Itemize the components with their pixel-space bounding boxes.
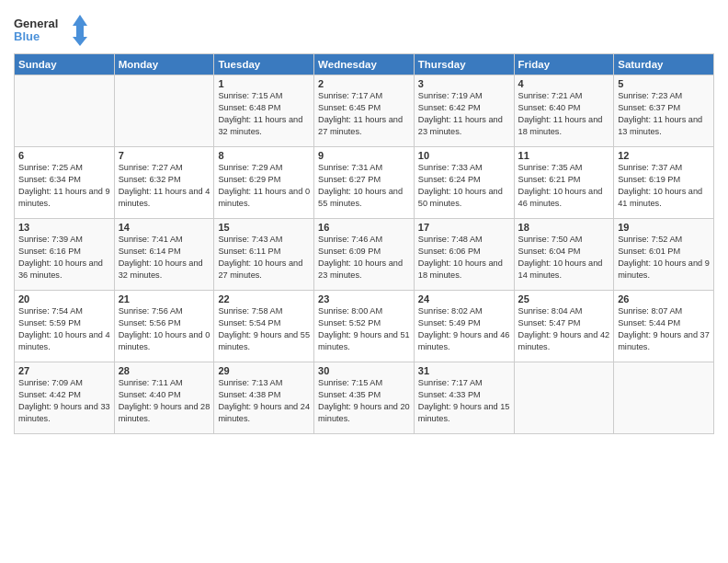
day-number: 5: [618, 78, 710, 89]
day-cell: 26Sunrise: 8:07 AM Sunset: 5:44 PM Dayli…: [614, 291, 714, 362]
day-cell: [15, 75, 115, 147]
day-info: Sunrise: 7:46 AM Sunset: 6:09 PM Dayligh…: [318, 234, 410, 282]
day-info: Sunrise: 7:50 AM Sunset: 6:04 PM Dayligh…: [518, 234, 610, 282]
day-cell: 20Sunrise: 7:54 AM Sunset: 5:59 PM Dayli…: [15, 291, 115, 362]
week-row-2: 6Sunrise: 7:25 AM Sunset: 6:34 PM Daylig…: [15, 147, 714, 219]
day-cell: 24Sunrise: 8:02 AM Sunset: 5:49 PM Dayli…: [414, 291, 514, 362]
day-info: Sunrise: 7:29 AM Sunset: 6:29 PM Dayligh…: [218, 162, 310, 210]
day-cell: 16Sunrise: 7:46 AM Sunset: 6:09 PM Dayli…: [314, 219, 415, 291]
day-number: 4: [518, 78, 610, 89]
day-info: Sunrise: 7:48 AM Sunset: 6:06 PM Dayligh…: [418, 234, 510, 282]
day-number: 13: [18, 222, 110, 233]
day-info: Sunrise: 7:25 AM Sunset: 6:34 PM Dayligh…: [18, 162, 110, 210]
day-info: Sunrise: 7:21 AM Sunset: 6:40 PM Dayligh…: [518, 90, 610, 138]
day-info: Sunrise: 7:31 AM Sunset: 6:27 PM Dayligh…: [318, 162, 410, 210]
day-cell: 19Sunrise: 7:52 AM Sunset: 6:01 PM Dayli…: [614, 219, 714, 291]
day-number: 19: [618, 222, 710, 233]
day-cell: 12Sunrise: 7:37 AM Sunset: 6:19 PM Dayli…: [614, 147, 714, 219]
day-cell: 28Sunrise: 7:11 AM Sunset: 4:40 PM Dayli…: [114, 362, 214, 434]
day-cell: 11Sunrise: 7:35 AM Sunset: 6:21 PM Dayli…: [514, 147, 614, 219]
day-cell: 4Sunrise: 7:21 AM Sunset: 6:40 PM Daylig…: [514, 75, 614, 147]
day-number: 29: [218, 365, 310, 376]
day-info: Sunrise: 7:43 AM Sunset: 6:11 PM Dayligh…: [218, 234, 310, 282]
day-cell: 27Sunrise: 7:09 AM Sunset: 4:42 PM Dayli…: [15, 362, 115, 434]
header-cell-tuesday: Tuesday: [214, 54, 314, 75]
logo: General Blue: [14, 13, 87, 48]
day-info: Sunrise: 8:00 AM Sunset: 5:52 PM Dayligh…: [318, 305, 410, 353]
day-info: Sunrise: 7:35 AM Sunset: 6:21 PM Dayligh…: [518, 162, 610, 210]
day-info: Sunrise: 7:41 AM Sunset: 6:14 PM Dayligh…: [119, 234, 210, 282]
svg-text:Blue: Blue: [14, 29, 40, 43]
day-info: Sunrise: 7:15 AM Sunset: 4:35 PM Dayligh…: [318, 377, 410, 425]
day-cell: 13Sunrise: 7:39 AM Sunset: 6:16 PM Dayli…: [15, 219, 115, 291]
week-row-1: 1Sunrise: 7:15 AM Sunset: 6:48 PM Daylig…: [15, 75, 714, 147]
week-row-4: 20Sunrise: 7:54 AM Sunset: 5:59 PM Dayli…: [15, 291, 714, 362]
header-cell-sunday: Sunday: [15, 54, 115, 75]
header-cell-friday: Friday: [514, 54, 614, 75]
day-info: Sunrise: 7:09 AM Sunset: 4:42 PM Dayligh…: [18, 377, 110, 425]
day-number: 15: [218, 222, 310, 233]
day-number: 9: [318, 150, 410, 161]
day-number: 31: [418, 365, 510, 376]
day-cell: [114, 75, 214, 147]
day-cell: 30Sunrise: 7:15 AM Sunset: 4:35 PM Dayli…: [314, 362, 415, 434]
day-cell: 15Sunrise: 7:43 AM Sunset: 6:11 PM Dayli…: [214, 219, 314, 291]
page: General Blue SundayMondayTuesdayWednesda…: [0, 0, 728, 563]
week-row-5: 27Sunrise: 7:09 AM Sunset: 4:42 PM Dayli…: [15, 362, 714, 434]
day-number: 28: [119, 365, 210, 376]
day-info: Sunrise: 7:11 AM Sunset: 4:40 PM Dayligh…: [119, 377, 210, 425]
day-cell: 8Sunrise: 7:29 AM Sunset: 6:29 PM Daylig…: [214, 147, 314, 219]
day-number: 26: [618, 293, 710, 304]
day-number: 10: [418, 150, 510, 161]
day-info: Sunrise: 8:02 AM Sunset: 5:49 PM Dayligh…: [418, 305, 510, 353]
day-info: Sunrise: 7:19 AM Sunset: 6:42 PM Dayligh…: [418, 90, 510, 138]
day-number: 16: [318, 222, 410, 233]
logo-svg: General Blue: [14, 13, 87, 48]
day-cell: 6Sunrise: 7:25 AM Sunset: 6:34 PM Daylig…: [15, 147, 115, 219]
day-number: 6: [18, 150, 110, 161]
header-cell-monday: Monday: [114, 54, 214, 75]
day-info: Sunrise: 7:54 AM Sunset: 5:59 PM Dayligh…: [18, 305, 110, 353]
day-info: Sunrise: 8:07 AM Sunset: 5:44 PM Dayligh…: [618, 305, 710, 353]
day-cell: 7Sunrise: 7:27 AM Sunset: 6:32 PM Daylig…: [114, 147, 214, 219]
day-number: 11: [518, 150, 610, 161]
header: General Blue: [14, 9, 714, 48]
day-number: 20: [18, 293, 110, 304]
day-info: Sunrise: 7:52 AM Sunset: 6:01 PM Dayligh…: [618, 234, 710, 282]
day-number: 18: [518, 222, 610, 233]
day-info: Sunrise: 8:04 AM Sunset: 5:47 PM Dayligh…: [518, 305, 610, 353]
day-number: 25: [518, 293, 610, 304]
day-cell: 14Sunrise: 7:41 AM Sunset: 6:14 PM Dayli…: [114, 219, 214, 291]
header-row: SundayMondayTuesdayWednesdayThursdayFrid…: [15, 54, 714, 75]
day-number: 22: [218, 293, 310, 304]
day-cell: 22Sunrise: 7:58 AM Sunset: 5:54 PM Dayli…: [214, 291, 314, 362]
day-cell: 31Sunrise: 7:17 AM Sunset: 4:33 PM Dayli…: [414, 362, 514, 434]
day-cell: 1Sunrise: 7:15 AM Sunset: 6:48 PM Daylig…: [214, 75, 314, 147]
day-number: 30: [318, 365, 410, 376]
day-number: 12: [618, 150, 710, 161]
day-number: 8: [218, 150, 310, 161]
day-info: Sunrise: 7:13 AM Sunset: 4:38 PM Dayligh…: [218, 377, 310, 425]
day-info: Sunrise: 7:58 AM Sunset: 5:54 PM Dayligh…: [218, 305, 310, 353]
day-cell: 10Sunrise: 7:33 AM Sunset: 6:24 PM Dayli…: [414, 147, 514, 219]
day-number: 3: [418, 78, 510, 89]
day-number: 24: [418, 293, 510, 304]
day-info: Sunrise: 7:17 AM Sunset: 4:33 PM Dayligh…: [418, 377, 510, 425]
day-cell: 25Sunrise: 8:04 AM Sunset: 5:47 PM Dayli…: [514, 291, 614, 362]
day-info: Sunrise: 7:37 AM Sunset: 6:19 PM Dayligh…: [618, 162, 710, 210]
day-cell: 23Sunrise: 8:00 AM Sunset: 5:52 PM Dayli…: [314, 291, 415, 362]
day-info: Sunrise: 7:15 AM Sunset: 6:48 PM Dayligh…: [218, 90, 310, 138]
calendar-table: SundayMondayTuesdayWednesdayThursdayFrid…: [14, 53, 714, 434]
day-info: Sunrise: 7:23 AM Sunset: 6:37 PM Dayligh…: [618, 90, 710, 138]
day-number: 1: [218, 78, 310, 89]
day-cell: 21Sunrise: 7:56 AM Sunset: 5:56 PM Dayli…: [114, 291, 214, 362]
day-number: 27: [18, 365, 110, 376]
day-number: 2: [318, 78, 410, 89]
day-cell: 5Sunrise: 7:23 AM Sunset: 6:37 PM Daylig…: [614, 75, 714, 147]
day-info: Sunrise: 7:33 AM Sunset: 6:24 PM Dayligh…: [418, 162, 510, 210]
day-number: 17: [418, 222, 510, 233]
week-row-3: 13Sunrise: 7:39 AM Sunset: 6:16 PM Dayli…: [15, 219, 714, 291]
header-cell-thursday: Thursday: [414, 54, 514, 75]
day-number: 7: [119, 150, 210, 161]
header-cell-wednesday: Wednesday: [314, 54, 415, 75]
